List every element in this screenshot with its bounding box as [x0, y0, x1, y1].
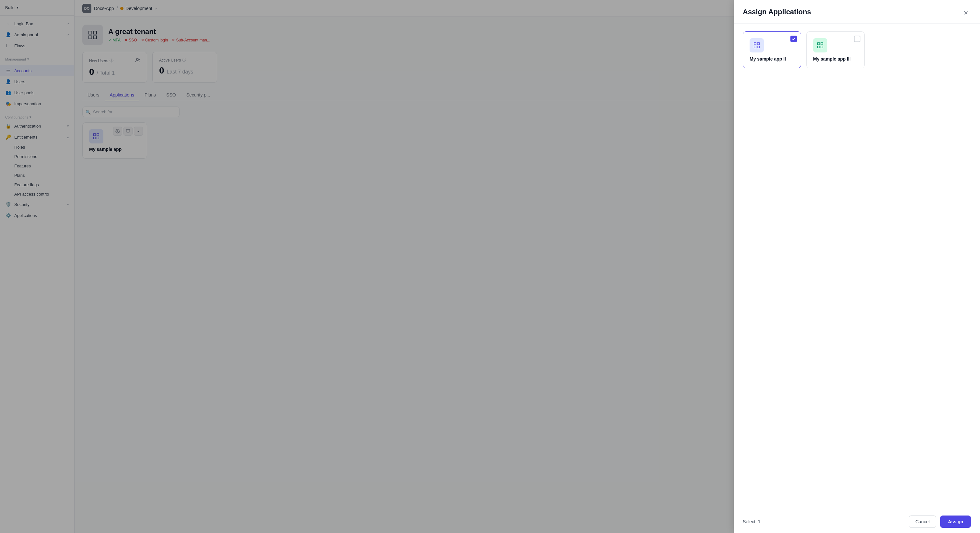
svg-rect-15 [757, 43, 759, 45]
modal-app-card-iii[interactable]: My sample app III [806, 32, 865, 68]
modal-overlay[interactable]: Assign Applications ✕ [0, 0, 980, 533]
modal-body: My sample app II My sample app III [734, 24, 980, 510]
app-iii-checkbox[interactable] [854, 36, 861, 42]
modal-title: Assign Applications [743, 8, 811, 16]
svg-rect-17 [757, 46, 759, 48]
close-button[interactable]: ✕ [961, 8, 971, 18]
assign-applications-panel: Assign Applications ✕ [734, 0, 980, 533]
footer-actions: Cancel Assign [909, 516, 971, 528]
app-ii-checkbox[interactable] [791, 36, 797, 42]
select-count: Select: 1 [743, 519, 760, 524]
modal-footer: Select: 1 Cancel Assign [734, 510, 980, 533]
app-ii-icon [749, 38, 764, 52]
svg-rect-20 [818, 46, 819, 48]
svg-rect-14 [754, 43, 756, 45]
modal-apps-grid: My sample app II My sample app III [743, 32, 971, 68]
svg-rect-19 [821, 43, 823, 45]
svg-rect-18 [818, 43, 819, 45]
cancel-button[interactable]: Cancel [909, 516, 937, 528]
app-ii-name: My sample app II [749, 56, 794, 62]
assign-button[interactable]: Assign [940, 516, 971, 528]
svg-rect-21 [821, 46, 823, 48]
modal-header: Assign Applications ✕ [734, 0, 980, 24]
svg-rect-16 [754, 46, 756, 48]
app-iii-icon [813, 38, 827, 52]
app-iii-name: My sample app III [813, 56, 858, 62]
modal-app-card-ii[interactable]: My sample app II [743, 32, 801, 68]
